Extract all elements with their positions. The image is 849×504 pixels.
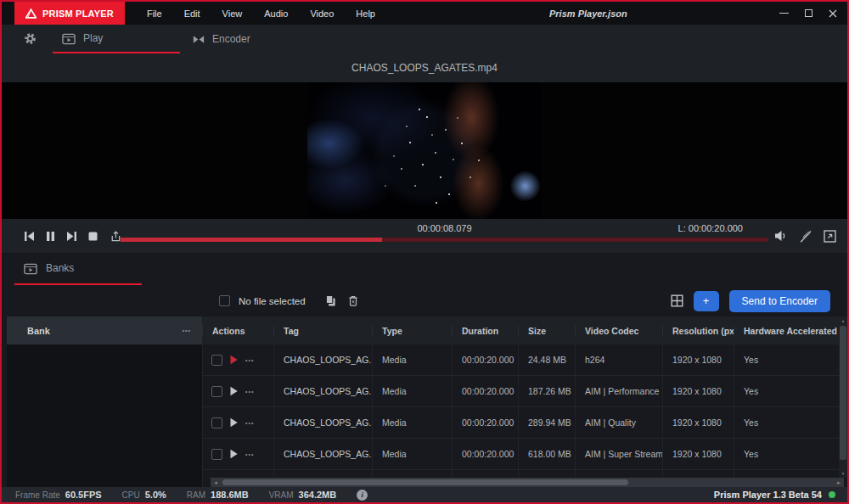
status-bar: Frame Rate60.5FPSCPU5.0%RAM188.6MBVRAM36… bbox=[2, 487, 847, 502]
table-row[interactable]: ••• CHAOS_LOOPS_AG... Media 00:00:20.000… bbox=[202, 376, 847, 407]
stop-icon bbox=[88, 232, 98, 241]
row-tag: CHAOS_LOOPS_AG... bbox=[273, 376, 372, 406]
row-more-button[interactable]: ••• bbox=[245, 451, 254, 457]
row-play-button[interactable] bbox=[229, 417, 239, 428]
info-icon[interactable]: i bbox=[357, 490, 368, 501]
stop-button[interactable] bbox=[88, 232, 98, 241]
table-row[interactable]: ••• CHAOS_LOOPS_AG... Media 00:00:20.000… bbox=[202, 439, 847, 470]
row-duration: 00:00:20.000 bbox=[452, 376, 518, 406]
send-to-encoder-button[interactable]: Send to Encoder bbox=[729, 290, 830, 312]
export-button[interactable] bbox=[109, 230, 121, 243]
row-type: Media bbox=[372, 439, 452, 469]
pen-disabled-icon[interactable] bbox=[799, 229, 812, 243]
status-green-dot bbox=[829, 491, 835, 498]
row-size: 289.94 MB bbox=[518, 407, 575, 438]
tab-encoder[interactable]: Encoder bbox=[193, 25, 250, 53]
row-more-button[interactable]: ••• bbox=[245, 357, 254, 363]
duplicate-icon[interactable] bbox=[324, 294, 337, 307]
bank-list[interactable] bbox=[7, 344, 202, 487]
row-checkbox[interactable] bbox=[211, 417, 222, 428]
menu-item-audio[interactable]: Audio bbox=[264, 8, 288, 19]
grid-view-icon[interactable] bbox=[671, 294, 683, 307]
vertical-scrollbar[interactable]: ▲ ▼ bbox=[839, 316, 847, 478]
row-hw-accelerated: Yes bbox=[734, 407, 847, 438]
play-screen-icon bbox=[62, 32, 76, 45]
row-more-button[interactable]: ••• bbox=[245, 420, 254, 426]
settings-button[interactable] bbox=[24, 32, 37, 45]
horizontal-scrollbar[interactable]: ◄ ► bbox=[211, 478, 844, 487]
column-header-resolution-px-: Resolution (px) bbox=[662, 326, 734, 336]
row-duration: 00:00:20.000 bbox=[452, 407, 518, 438]
column-header-size: Size bbox=[518, 326, 575, 336]
pause-button[interactable] bbox=[46, 231, 55, 242]
vertical-scroll-thumb[interactable] bbox=[840, 326, 846, 460]
app-window: PRISM PLAYER FileEditViewAudioVideoHelp … bbox=[0, 0, 849, 504]
progress-area: 00:00:08.079 L: 00:00:20.000 bbox=[121, 219, 768, 253]
scroll-down-icon[interactable]: ▼ bbox=[841, 469, 846, 478]
scroll-up-icon[interactable]: ▲ bbox=[841, 316, 846, 325]
row-checkbox[interactable] bbox=[211, 386, 222, 397]
menu-item-file[interactable]: File bbox=[147, 8, 162, 19]
row-actions: ••• bbox=[202, 407, 273, 438]
close-icon[interactable] bbox=[829, 9, 837, 18]
no-file-selected-label: No file selected bbox=[239, 296, 306, 306]
bank-panel: Bank ••• bbox=[7, 316, 202, 487]
scroll-right-icon[interactable]: ► bbox=[834, 480, 844, 485]
row-resolution: 1920 x 1080 bbox=[662, 439, 734, 469]
menu-item-view[interactable]: View bbox=[222, 8, 243, 19]
checkbox-icon bbox=[219, 295, 230, 306]
row-checkbox[interactable] bbox=[211, 355, 222, 366]
row-play-button[interactable] bbox=[229, 355, 239, 365]
prism-logo-icon bbox=[25, 8, 37, 19]
tab-banks[interactable]: Banks bbox=[14, 253, 142, 285]
table-row[interactable]: ••• CHAOS_LOOPS_AG... Media 00:00:20.000… bbox=[202, 407, 847, 439]
status-metric-ram: RAM188.6MB bbox=[187, 490, 249, 500]
volume-icon[interactable] bbox=[774, 230, 788, 242]
maximize-icon[interactable] bbox=[805, 9, 812, 17]
toolbar-right-group: + Send to Encoder bbox=[671, 290, 830, 312]
row-duration: 00:00:20.000 bbox=[452, 439, 518, 469]
row-codec: AIM | Super Stream bbox=[575, 439, 662, 469]
row-hw-accelerated: Yes bbox=[734, 439, 847, 469]
app-logo: PRISM PLAYER bbox=[14, 2, 125, 25]
pause-icon bbox=[46, 231, 55, 242]
table-header: ActionsTagTypeDurationSizeVideo CodecRes… bbox=[202, 316, 847, 344]
add-bank-button[interactable]: + bbox=[694, 291, 719, 311]
bank-more-button[interactable]: ••• bbox=[183, 328, 191, 333]
horizontal-scroll-thumb[interactable] bbox=[222, 479, 628, 485]
tab-encoder-label: Encoder bbox=[212, 33, 250, 45]
minimize-icon[interactable] bbox=[779, 13, 789, 14]
delete-icon[interactable] bbox=[347, 294, 359, 307]
table-row[interactable]: ••• CHAOS_LOOPS_AG... Media 00:00:20.000… bbox=[202, 344, 847, 376]
fullscreen-icon[interactable] bbox=[824, 230, 836, 243]
tab-play[interactable]: Play bbox=[53, 25, 180, 53]
bank-panel-header: Bank ••• bbox=[7, 316, 202, 344]
banks-icon bbox=[24, 262, 37, 275]
row-actions: ••• bbox=[202, 344, 273, 375]
menu-item-help[interactable]: Help bbox=[356, 8, 375, 19]
row-checkbox[interactable] bbox=[211, 449, 222, 460]
scroll-left-icon[interactable]: ◄ bbox=[211, 480, 221, 485]
column-header-hardware-accelerated: Hardware Accelerated bbox=[734, 326, 847, 336]
transport-buttons bbox=[24, 230, 121, 243]
row-more-button[interactable]: ••• bbox=[245, 389, 254, 395]
skip-to-end-button[interactable] bbox=[66, 231, 77, 242]
status-right: Prism Player 1.3 Beta 54 bbox=[714, 490, 835, 500]
menu-item-edit[interactable]: Edit bbox=[184, 8, 200, 19]
table-body: ••• CHAOS_LOOPS_AG... Media 00:00:20.000… bbox=[202, 344, 847, 487]
row-actions: ••• bbox=[202, 376, 273, 406]
row-hw-accelerated: Yes bbox=[734, 344, 847, 375]
no-file-selected-checkbox[interactable]: No file selected bbox=[219, 295, 306, 306]
menu-item-video[interactable]: Video bbox=[310, 8, 334, 19]
column-header-type: Type bbox=[372, 326, 452, 336]
seek-bar[interactable] bbox=[121, 238, 768, 242]
window-controls bbox=[779, 2, 837, 25]
row-type: Media bbox=[372, 344, 452, 375]
row-play-button[interactable] bbox=[229, 386, 239, 396]
transport-controls: 00:00:08.079 L: 00:00:20.000 bbox=[2, 219, 847, 253]
title-bar: PRISM PLAYER FileEditViewAudioVideoHelp … bbox=[2, 2, 847, 25]
row-play-button[interactable] bbox=[229, 449, 239, 459]
skip-to-start-button[interactable] bbox=[24, 231, 35, 242]
current-time: 00:00:08.079 bbox=[121, 223, 768, 233]
status-metric-cpu: CPU5.0% bbox=[122, 490, 166, 500]
